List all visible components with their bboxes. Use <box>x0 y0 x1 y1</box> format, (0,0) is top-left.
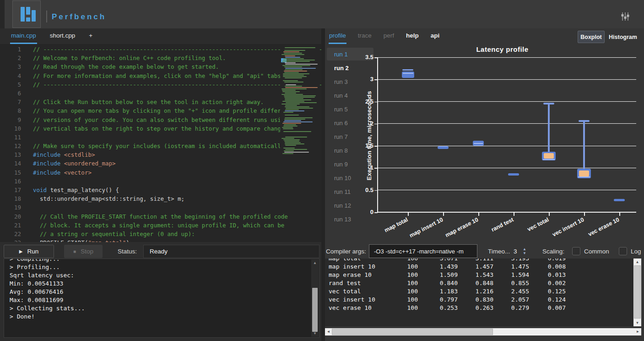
topbar-left-strip <box>0 0 5 28</box>
table-cell: 3.111 <box>458 258 493 263</box>
median-line <box>578 176 590 177</box>
minimap-line <box>285 145 296 146</box>
table-hscrollbar-thumb[interactable] <box>332 329 493 335</box>
common-checkbox[interactable] <box>572 247 580 255</box>
console-line: Min: 0.00541133 <box>10 280 319 288</box>
minimap-line <box>284 95 316 96</box>
y-tick-label: 3.5 <box>355 54 373 60</box>
log-checkbox[interactable] <box>619 247 627 255</box>
table-cell: 0.797 <box>418 296 458 304</box>
gridline <box>378 168 636 168</box>
line-number: 17 <box>0 186 21 194</box>
x-tick <box>584 212 585 216</box>
run-button[interactable]: ▶ Run <box>4 245 54 258</box>
view-button-histogram[interactable]: Histogram <box>607 31 639 43</box>
line-number: 8 <box>0 106 21 115</box>
timeout-stepper[interactable]: ▲ ▼ <box>521 246 528 256</box>
table-cell: 0.007 <box>529 304 566 312</box>
code-line: 7// Click the Run button below to see th… <box>0 98 321 106</box>
tab-api[interactable]: api <box>430 29 440 44</box>
table-horizontal-scrollbar[interactable]: ◄ ► <box>325 328 641 336</box>
minimap-line <box>285 77 302 78</box>
minimap-line <box>285 143 304 144</box>
table-vertical-scrollbar[interactable]: ▲ ▼ <box>633 258 641 326</box>
tab-trace[interactable]: trace <box>357 29 372 44</box>
code-line: 5// ------------------------------------… <box>0 80 321 89</box>
minimap-line <box>285 93 296 94</box>
editor-minimap[interactable] <box>280 45 319 158</box>
sliders-icon[interactable] <box>616 8 634 25</box>
console-scrollbar-thumb[interactable] <box>312 288 318 332</box>
median-line <box>474 143 483 144</box>
code-line: 16 <box>0 177 321 186</box>
minimap-line <box>284 120 301 121</box>
line-number: 6 <box>0 89 21 98</box>
minimap-line <box>286 108 313 109</box>
scroll-up-icon[interactable]: ▲ <box>633 258 641 265</box>
table-cell: 0.279 <box>493 304 529 312</box>
x-tick <box>619 212 620 216</box>
scroll-right-icon[interactable]: ► <box>634 328 641 336</box>
console-line: > Collecting stats... <box>10 304 319 313</box>
run-item-2[interactable]: run 2 <box>327 61 373 74</box>
timeout-label: Timeo... <box>488 248 510 255</box>
tab-profile[interactable]: profile <box>329 29 346 44</box>
tab-perf[interactable]: perf <box>383 29 395 44</box>
stats-table[interactable]: map total1003.0713.1113.1930.019map inse… <box>325 258 633 326</box>
table-cell: 2.455 <box>493 287 529 296</box>
console-scrollbar[interactable]: ▲ ▼ <box>311 259 319 337</box>
table-row: vec insert 101000.7970.8302.0570.124 <box>325 296 633 304</box>
minimap-line <box>285 105 297 106</box>
stop-button[interactable]: ■ Stop <box>64 245 103 258</box>
scroll-left-icon[interactable]: ◄ <box>325 328 332 336</box>
editor-tab-main.cpp[interactable]: main.cpp <box>10 29 37 44</box>
table-cell: map erase 10 <box>329 271 397 279</box>
code-line: 3// Read through the code example below … <box>0 62 321 71</box>
table-cell: 0.124 <box>529 296 566 304</box>
app-title: Perfbench <box>52 12 106 22</box>
table-cell: 0.125 <box>529 287 566 296</box>
whisker-cap <box>543 103 554 104</box>
scroll-up-icon[interactable]: ▲ <box>311 259 319 266</box>
new-tab-button[interactable]: + <box>88 29 93 44</box>
editor-tabbar: main.cppshort.cpp+ <box>0 28 321 44</box>
table-row: map insert 101001.4391.4571.4750.008 <box>325 263 633 271</box>
scroll-down-icon[interactable]: ▼ <box>633 319 641 326</box>
app-logo[interactable] <box>12 0 41 28</box>
view-button-boxplot[interactable]: Boxplot <box>578 31 605 43</box>
pane-divider[interactable] <box>321 28 325 341</box>
table-cell: 100 <box>397 287 418 296</box>
panel-tabbar: profiletraceperfhelpapi <box>329 28 440 44</box>
perfbench-app: Perfbench main.cppshort.cpp+ 1// -------… <box>0 0 644 341</box>
console-text: > Compiling...> Profiling...Sqrt latency… <box>4 258 319 321</box>
compiler-args-label: Compiler args: <box>326 248 366 255</box>
compiler-args-input[interactable]: -O3 -std=c++17 -march=native -m <box>369 244 477 258</box>
whisker-cap <box>579 120 590 122</box>
box-inner <box>579 170 589 176</box>
run-button-label: Run <box>27 248 38 255</box>
minimap-line <box>286 84 296 85</box>
minimap-line <box>283 75 304 76</box>
spinner-up-icon[interactable]: ▲ <box>523 248 526 251</box>
table-cell: 0.263 <box>458 304 493 312</box>
minimap-line <box>282 153 293 154</box>
spinner-down-icon[interactable]: ▼ <box>523 252 526 255</box>
minimap-line <box>284 152 309 153</box>
table-cell: 0.002 <box>529 279 566 287</box>
code-line: 19 <box>0 203 321 212</box>
table-cell: 1.457 <box>458 263 493 271</box>
x-tick <box>408 212 409 216</box>
editor-tab-short.cpp[interactable]: short.cpp <box>49 29 76 44</box>
console-output[interactable]: > Compiling...> Profiling...Sqrt latency… <box>4 258 319 338</box>
minimap-line <box>285 98 303 99</box>
tab-help[interactable]: help <box>406 29 419 44</box>
minimap-line <box>283 76 307 77</box>
table-vscrollbar-thumb[interactable] <box>634 265 641 319</box>
minimap-line <box>283 128 293 129</box>
console-line: Max: 0.00811699 <box>10 296 319 304</box>
brand-divider <box>46 11 47 22</box>
console-line: > Done! <box>10 313 319 321</box>
code-editor[interactable]: 1// ------------------------------------… <box>0 44 321 242</box>
scroll-down-icon[interactable]: ▼ <box>311 330 319 337</box>
minimap-line <box>282 127 293 128</box>
